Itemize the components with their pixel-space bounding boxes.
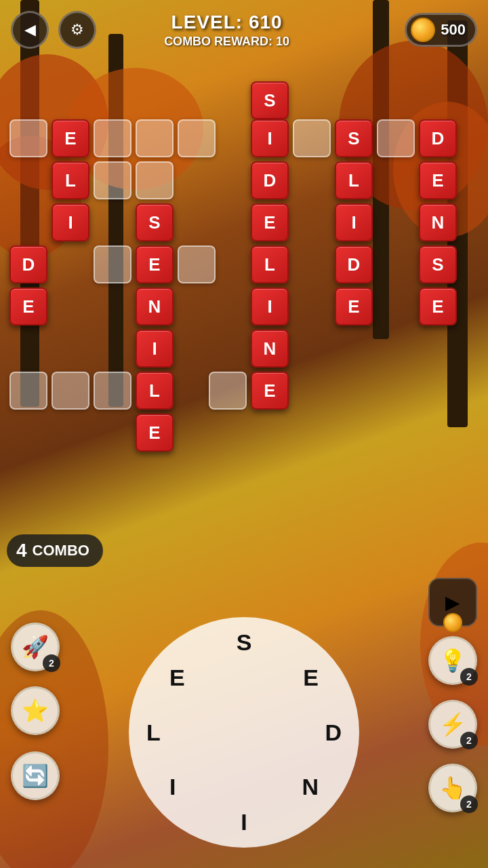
tile-I-6: I xyxy=(136,330,174,368)
coins-display: 500 xyxy=(405,13,477,47)
tile-I-3: I xyxy=(52,203,89,241)
tile-D-4r: D xyxy=(335,245,373,283)
tile-empty-3-2 xyxy=(136,161,174,199)
hand-badge: 2 xyxy=(460,795,478,813)
wheel-letter-E-left[interactable]: E xyxy=(169,665,185,691)
tile-empty-2-4 xyxy=(94,245,131,283)
tile-empty-2-1 xyxy=(94,119,131,157)
tile-N-5: N xyxy=(136,288,174,326)
tile-empty-0-7 xyxy=(9,372,47,410)
wheel-letter-S[interactable]: S xyxy=(237,629,252,656)
tile-D-2: D xyxy=(251,161,289,199)
combo-number: 4 xyxy=(16,540,27,561)
tile-I-5: I xyxy=(251,288,289,326)
tile-L-2: L xyxy=(52,161,89,199)
rocket-button[interactable]: 🚀 2 xyxy=(11,623,60,671)
coin-icon xyxy=(411,18,435,42)
combo-reward-label: COMBO REWARD: 10 xyxy=(164,35,289,49)
back-button[interactable]: ◀ xyxy=(11,11,49,49)
lightning-icon: ⚡ xyxy=(439,711,466,737)
tile-L-4: L xyxy=(251,245,289,283)
wheel-letter-L[interactable]: L xyxy=(146,719,161,746)
hand-button[interactable]: 👆 2 xyxy=(428,764,477,812)
star-icon: ⭐ xyxy=(22,698,49,724)
lightning-button[interactable]: ⚡ 2 xyxy=(428,700,477,749)
hand-icon: 👆 xyxy=(439,775,466,801)
combo-badge: 4 COMBO xyxy=(7,534,103,567)
film-button[interactable]: ▶ xyxy=(428,578,477,627)
letter-wheel[interactable]: S E E L D I N I xyxy=(129,617,359,848)
star-button[interactable]: ⭐ xyxy=(11,686,60,735)
back-icon: ◀ xyxy=(24,21,36,39)
tile-S-4: S xyxy=(419,245,457,283)
tile-E-5: E xyxy=(9,288,47,326)
tile-D-1: D xyxy=(419,119,457,157)
film-icon: ▶ xyxy=(445,591,460,614)
tile-empty-0-1 xyxy=(9,119,47,157)
wheel-letter-E-right[interactable]: E xyxy=(303,665,319,691)
tile-empty-9-1 xyxy=(377,119,415,157)
wheel-letter-N[interactable]: N xyxy=(302,774,319,800)
tile-E-7: E xyxy=(251,372,289,410)
tile-E-2: E xyxy=(419,161,457,199)
tile-empty-1-7 xyxy=(52,372,89,410)
tile-empty-3-1 xyxy=(136,119,174,157)
tile-E-4: E xyxy=(136,245,174,283)
tile-S-1: S xyxy=(335,119,373,157)
tile-I-3r: I xyxy=(335,203,373,241)
settings-icon: ⚙ xyxy=(70,21,84,39)
rocket-icon: 🚀 xyxy=(22,634,49,660)
tile-N-6: N xyxy=(251,330,289,368)
tile-empty-2-2 xyxy=(94,161,131,199)
tile-empty-4-1 xyxy=(178,119,216,157)
film-coin-badge xyxy=(443,613,462,632)
lightning-badge: 2 xyxy=(460,732,478,749)
wheel-letter-I-left[interactable]: I xyxy=(169,774,176,800)
tile-N-3: N xyxy=(419,203,457,241)
wheel-letter-D[interactable]: D xyxy=(325,719,342,746)
tile-E-3: E xyxy=(251,203,289,241)
lightbulb-icon: 💡 xyxy=(439,648,466,673)
tile-empty-2-7 xyxy=(94,372,131,410)
combo-label: COMBO xyxy=(33,542,89,559)
tile-empty-5-7 xyxy=(209,372,247,410)
tile-S-top: S xyxy=(251,81,289,119)
tile-S-3: S xyxy=(136,203,174,241)
tile-E: E xyxy=(52,119,89,157)
rocket-badge: 2 xyxy=(43,654,60,672)
tile-L-7: L xyxy=(136,372,174,410)
level-label: LEVEL: 610 xyxy=(171,12,283,33)
settings-button[interactable]: ⚙ xyxy=(58,11,96,49)
wheel-letter-I-bottom[interactable]: I xyxy=(241,809,247,835)
tile-D-4: D xyxy=(9,245,47,283)
lightbulb-badge: 2 xyxy=(460,668,478,686)
tile-E-8: E xyxy=(136,414,174,452)
tile-E-5rr: E xyxy=(419,288,457,326)
coin-count: 500 xyxy=(441,21,466,39)
tile-empty-7-1 xyxy=(293,119,331,157)
refresh-icon: 🔄 xyxy=(22,763,49,789)
lightbulb-button[interactable]: 💡 2 xyxy=(428,636,477,685)
bottom-area: S E E L D I N I 🚀 2 ⭐ 🔄 ▶ 💡 2 ⚡ 2 👆 2 xyxy=(0,570,488,868)
tile-E-5r: E xyxy=(335,288,373,326)
tile-I-1: I xyxy=(251,119,289,157)
tile-empty-4-4 xyxy=(178,245,216,283)
tile-L-2r: L xyxy=(335,161,373,199)
refresh-button[interactable]: 🔄 xyxy=(11,751,60,800)
